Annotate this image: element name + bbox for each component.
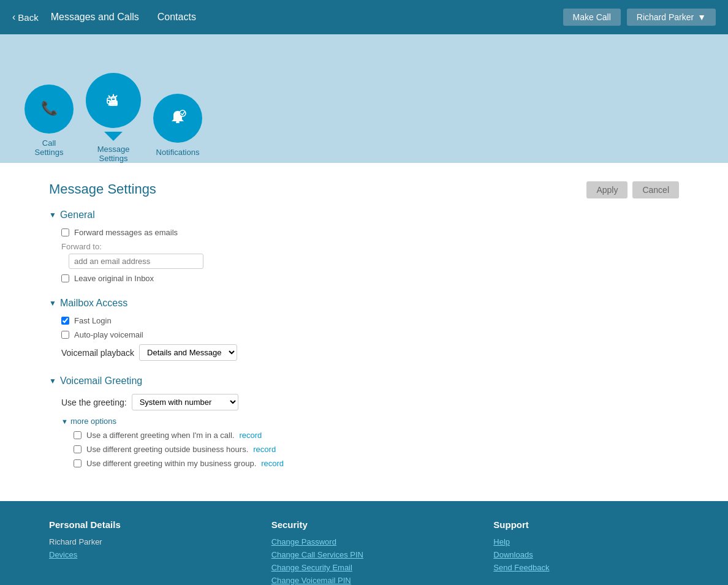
more-options-header[interactable]: ▼ more options — [61, 417, 679, 426]
make-call-button[interactable]: Make Call — [563, 9, 621, 26]
leave-original-checkbox[interactable] — [61, 274, 69, 282]
general-collapse-icon: ▼ — [49, 211, 56, 219]
greeting-in-call-label: Use a different greeting when I'm in a c… — [86, 431, 234, 440]
back-button[interactable]: ‹ Back — [12, 12, 39, 23]
bell-check-icon — [165, 106, 190, 130]
record-business-group-link[interactable]: record — [261, 459, 284, 468]
voicemail-collapse-icon: ▼ — [49, 377, 56, 385]
greeting-business-group-row: Use different greeting within my busines… — [74, 459, 679, 468]
mailbox-section-body: Fast Login Auto-play voicemail Voicemail… — [61, 316, 679, 361]
greeting-in-call-row: Use a different greeting when I'm in a c… — [74, 431, 679, 440]
voicemail-section-title: Voicemail Greeting — [60, 376, 142, 387]
use-greeting-row: Use the greeting: System with number Sys… — [61, 394, 679, 410]
svg-rect-7 — [176, 121, 180, 123]
notifications-label: Notifications — [156, 148, 200, 157]
general-section-title: General — [60, 209, 95, 221]
use-greeting-label: Use the greeting: — [61, 398, 127, 407]
footer-security: Security Change Password Change Call Ser… — [271, 519, 457, 585]
greeting-business-group-checkbox[interactable] — [74, 459, 82, 467]
fast-login-checkbox[interactable] — [61, 317, 69, 325]
change-call-services-link[interactable]: Change Call Services PIN — [271, 550, 457, 559]
mailbox-collapse-icon: ▼ — [49, 299, 56, 308]
nav-contacts[interactable]: Contacts — [157, 12, 196, 23]
message-gear-icon — [99, 86, 128, 115]
greeting-outside-hours-checkbox[interactable] — [74, 445, 82, 453]
help-link[interactable]: Help — [493, 537, 679, 546]
change-password-link[interactable]: Change Password — [271, 537, 457, 546]
user-label: Richard Parker — [637, 12, 694, 22]
fast-login-row: Fast Login — [61, 316, 679, 325]
forward-messages-checkbox[interactable] — [61, 228, 69, 236]
back-label: Back — [18, 12, 38, 23]
fast-login-label: Fast Login — [74, 316, 112, 325]
forward-email-row — [69, 254, 679, 269]
voicemail-playback-select[interactable]: Details and Message Message Only Details… — [139, 344, 237, 361]
voicemail-section-header[interactable]: ▼ Voicemail Greeting — [49, 376, 679, 387]
call-settings-icon-circle: 📞 — [25, 85, 74, 134]
voicemail-playback-label: Voicemail playback — [61, 348, 134, 358]
icon-item-notifications[interactable]: Notifications — [153, 94, 202, 163]
downloads-link[interactable]: Downloads — [493, 550, 679, 559]
devices-link[interactable]: Devices — [49, 550, 235, 559]
forward-messages-row: Forward messages as emails — [61, 228, 679, 237]
greeting-business-group-label: Use different greeting within my busines… — [86, 459, 256, 468]
header: ‹ Back Messages and Calls Contacts Make … — [0, 0, 728, 34]
greeting-in-call-checkbox[interactable] — [74, 431, 82, 439]
more-options-arrow-icon: ▼ — [61, 418, 68, 425]
greeting-outside-hours-row: Use different greeting outside business … — [74, 445, 679, 454]
header-actions: Make Call Richard Parker ▼ — [563, 9, 716, 26]
notifications-icon-circle — [153, 94, 202, 143]
icon-item-call-settings[interactable]: 📞 CallSettings — [25, 85, 74, 163]
auto-play-row: Auto-play voicemail — [61, 330, 679, 339]
user-menu-button[interactable]: Richard Parker ▼ — [627, 9, 716, 26]
footer-user-name: Richard Parker — [49, 537, 235, 546]
auto-play-label: Auto-play voicemail — [74, 330, 143, 339]
forward-email-input[interactable] — [69, 254, 203, 269]
mailbox-section-header[interactable]: ▼ Mailbox Access — [49, 298, 679, 309]
svg-text:📞: 📞 — [41, 100, 58, 116]
change-security-email-link[interactable]: Change Security Email — [271, 563, 457, 572]
leave-original-row: Leave original in Inbox — [61, 274, 679, 283]
phone-gear-icon: 📞 — [37, 97, 61, 121]
more-options-body: Use a different greeting when I'm in a c… — [74, 431, 679, 468]
auto-play-checkbox[interactable] — [61, 331, 69, 339]
chevron-left-icon: ‹ — [12, 12, 15, 23]
security-title: Security — [271, 519, 457, 530]
personal-details-title: Personal Details — [49, 519, 235, 530]
page-title: Message Settings — [49, 181, 679, 197]
nav-messages-calls[interactable]: Messages and Calls — [51, 12, 139, 23]
forward-messages-label: Forward messages as emails — [74, 228, 178, 237]
change-voicemail-pin-link[interactable]: Change Voicemail PIN — [271, 576, 457, 585]
apply-button[interactable]: Apply — [586, 181, 628, 198]
voicemail-playback-row: Voicemail playback Details and Message M… — [61, 344, 679, 361]
cancel-button[interactable]: Cancel — [632, 181, 679, 198]
greeting-outside-hours-label: Use different greeting outside business … — [86, 445, 248, 454]
forward-to-label: Forward to: — [61, 242, 679, 251]
active-arrow — [104, 132, 123, 141]
record-in-call-link[interactable]: record — [239, 431, 262, 440]
footer-support: Support Help Downloads Send Feedback — [493, 519, 679, 585]
record-outside-hours-link[interactable]: record — [253, 445, 276, 454]
leave-original-label: Leave original in Inbox — [74, 274, 154, 283]
message-settings-icon-circle — [86, 73, 141, 128]
send-feedback-link[interactable]: Send Feedback — [493, 563, 679, 572]
greeting-select[interactable]: System with number System without number… — [132, 394, 238, 410]
mailbox-section-title: Mailbox Access — [60, 298, 127, 309]
voicemail-section-body: Use the greeting: System with number Sys… — [61, 394, 679, 468]
header-nav: Messages and Calls Contacts — [51, 12, 563, 23]
top-actions: Apply Cancel — [586, 181, 679, 198]
dropdown-icon: ▼ — [697, 12, 706, 22]
footer-personal-details: Personal Details Richard Parker Devices — [49, 519, 235, 585]
icon-item-message-settings[interactable]: MessageSettings — [86, 73, 141, 163]
general-section-body: Forward messages as emails Forward to: L… — [61, 228, 679, 283]
message-settings-label: MessageSettings — [97, 145, 130, 163]
call-settings-label: CallSettings — [35, 138, 64, 157]
footer: Personal Details Richard Parker Devices … — [0, 501, 728, 585]
support-title: Support — [493, 519, 679, 530]
more-options-label: more options — [70, 417, 116, 426]
general-section-header[interactable]: ▼ General — [49, 209, 679, 221]
main-content: Message Settings Apply Cancel ▼ General … — [0, 163, 728, 501]
icon-bar: 📞 CallSettings MessageSettings — [0, 34, 728, 163]
